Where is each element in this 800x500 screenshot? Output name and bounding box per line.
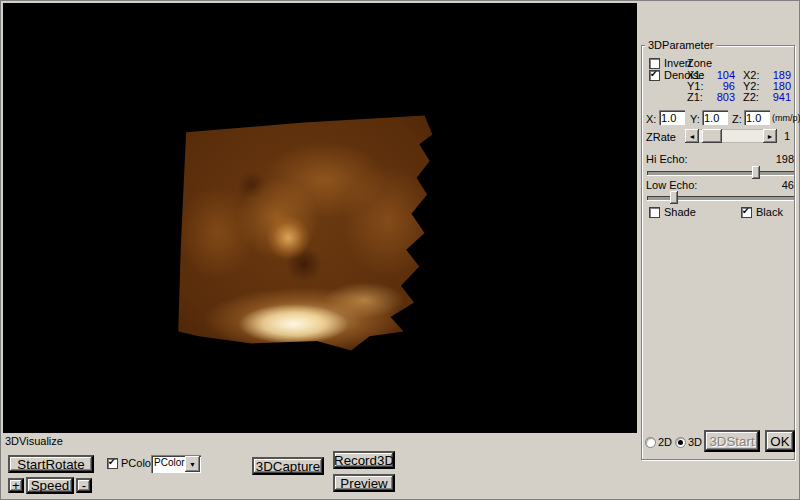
- scale-unit-label: (mm/p): [772, 113, 800, 123]
- record3d-button[interactable]: Record3D: [333, 451, 395, 469]
- hi-echo-value: 198: [764, 153, 794, 165]
- mode-3d-label: 3D: [688, 436, 702, 448]
- hi-echo-slider-thumb[interactable]: [752, 166, 760, 179]
- shade-label: Shade: [664, 206, 696, 218]
- viewport-3d[interactable]: [3, 3, 637, 433]
- zrate-scrollbar-thumb[interactable]: [702, 129, 722, 143]
- zrate-right-arrow-icon[interactable]: ►: [763, 129, 777, 143]
- zrate-value: 1: [784, 130, 790, 142]
- scale-y-label: Y:: [690, 113, 700, 125]
- app-window: 3DParameter Invert Denoise Zone X1: 104 …: [0, 0, 800, 500]
- zrate-label: ZRate: [646, 131, 676, 143]
- mode-2d-radio[interactable]: [645, 437, 656, 448]
- mode-3d-radio[interactable]: [675, 437, 686, 448]
- scale-y-input[interactable]: [702, 110, 728, 125]
- chevron-down-icon[interactable]: ▼: [185, 456, 200, 472]
- scale-z-input[interactable]: [744, 110, 770, 125]
- scale-x-input[interactable]: [659, 110, 685, 125]
- visualize-panel-title: 3DVisualize: [5, 435, 63, 447]
- zone-z2-value: 941: [767, 91, 791, 103]
- parameter-groupbox: [641, 45, 795, 460]
- speed-plus-button[interactable]: +: [8, 478, 24, 493]
- start3d-button[interactable]: 3DStart: [704, 430, 760, 452]
- black-checkbox[interactable]: [741, 207, 752, 218]
- hi-echo-label: Hi Echo:: [646, 153, 688, 165]
- shade-checkbox[interactable]: [649, 207, 660, 218]
- zone-title: Zone: [687, 57, 712, 69]
- start-rotate-button[interactable]: StartRotate: [8, 455, 94, 473]
- scale-x-label: X:: [646, 113, 656, 125]
- mode-2d-label: 2D: [658, 436, 672, 448]
- low-echo-label: Low Echo:: [646, 179, 697, 191]
- capture3d-button[interactable]: 3DCapture: [252, 457, 324, 475]
- speed-button[interactable]: Speed: [26, 477, 74, 494]
- zone-z1-label: Z1:: [687, 91, 703, 103]
- ultrasound-render: [173, 113, 435, 353]
- zrate-scrollbar[interactable]: ◄ ►: [685, 129, 777, 143]
- pcolor-checkbox[interactable]: [107, 458, 118, 469]
- invert-checkbox[interactable]: [649, 58, 660, 69]
- preview-button[interactable]: Preview: [333, 474, 395, 492]
- speed-minus-button[interactable]: -: [76, 478, 92, 493]
- black-label: Black: [756, 206, 783, 218]
- pcolor-select[interactable]: PColor ▼: [151, 455, 201, 473]
- low-echo-value: 46: [764, 179, 794, 191]
- zrate-left-arrow-icon[interactable]: ◄: [685, 129, 699, 143]
- ok-button[interactable]: OK: [765, 430, 795, 452]
- zone-z1-value: 803: [711, 91, 735, 103]
- scale-z-label: Z:: [732, 113, 742, 125]
- pcolor-checkbox-label: PColor: [121, 457, 155, 469]
- low-echo-slider-thumb[interactable]: [670, 191, 678, 204]
- parameter-group-title: 3DParameter: [645, 39, 716, 51]
- pcolor-select-value: PColor: [154, 457, 185, 468]
- hi-echo-slider-track[interactable]: [647, 171, 794, 175]
- zone-z2-label: Z2:: [743, 91, 759, 103]
- denoise-checkbox[interactable]: [649, 70, 660, 81]
